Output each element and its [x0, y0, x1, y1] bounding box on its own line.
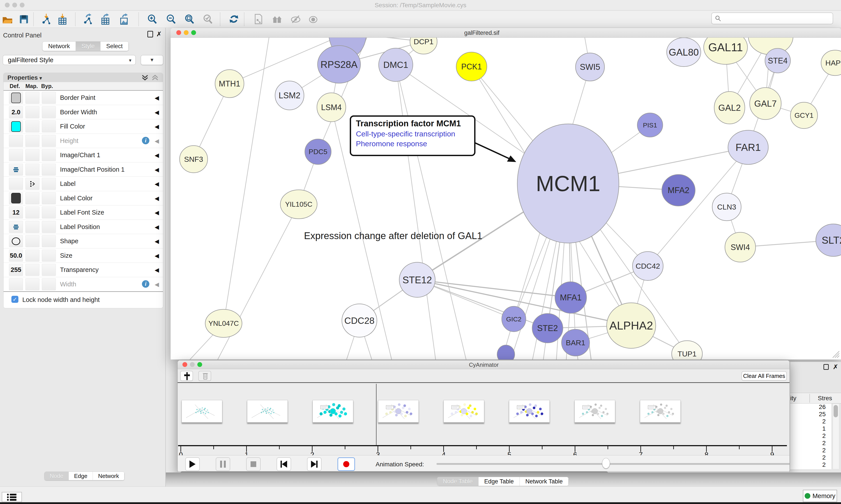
mapping-cell[interactable] [25, 206, 39, 218]
scrollbar-thumb[interactable] [834, 405, 838, 417]
tab-node-table[interactable]: Node Table [437, 477, 479, 486]
expand-property-icon[interactable]: ◀ [155, 152, 159, 159]
default-value-cell[interactable] [9, 178, 23, 190]
animation-speed-slider[interactable] [436, 463, 790, 465]
table-cell-value[interactable]: 2 [790, 432, 831, 439]
animator-timeline[interactable]: 0123456789 Seconds [178, 383, 789, 455]
property-row-image-chart-1[interactable]: Image/Chart 1◀ [3, 148, 163, 162]
mapping-cell[interactable] [25, 164, 39, 176]
network-node-botnode[interactable] [497, 345, 515, 360]
cyanimator-titlebar[interactable]: CyAnimator [178, 360, 789, 369]
property-row-width[interactable]: Widthi◀ [3, 277, 163, 292]
default-value-cell[interactable]: 255 [9, 264, 23, 276]
default-value-cell[interactable] [9, 92, 23, 104]
bypass-cell[interactable] [42, 221, 56, 233]
mapping-cell[interactable] [25, 264, 39, 276]
bypass-cell[interactable] [42, 135, 56, 147]
column-header[interactable]: ity [790, 395, 796, 402]
property-row-label-color[interactable]: Label Color◀ [3, 191, 163, 205]
frame-thumbnail-6[interactable] [509, 400, 550, 422]
open-session-icon[interactable] [1, 13, 14, 25]
expand-property-icon[interactable]: ◀ [155, 166, 159, 173]
property-row-border-paint[interactable]: Border Paint◀ [3, 91, 163, 105]
add-frame-button[interactable] [180, 371, 193, 381]
zoom-window-icon[interactable] [191, 30, 196, 35]
bypass-cell[interactable] [42, 121, 56, 132]
close-window-icon[interactable] [182, 362, 187, 367]
bypass-cell[interactable] [42, 106, 56, 118]
timeline-playhead[interactable] [376, 384, 376, 446]
bypass-cell[interactable] [42, 149, 56, 161]
expand-property-icon[interactable]: ◀ [155, 123, 159, 130]
delete-frame-button[interactable] [198, 371, 211, 381]
info-icon[interactable]: i [142, 280, 149, 288]
close-panel-icon[interactable]: ✗ [832, 364, 839, 370]
export-network-icon[interactable] [82, 13, 94, 25]
annotation-link[interactable]: Pheromone response [356, 140, 474, 148]
tab-network-table[interactable]: Network Table [520, 477, 569, 486]
bypass-cell[interactable] [42, 192, 56, 204]
expand-property-icon[interactable]: ◀ [155, 109, 159, 116]
mapping-cell[interactable] [25, 92, 39, 104]
default-value-cell[interactable] [9, 192, 23, 204]
bypass-cell[interactable] [42, 235, 56, 247]
default-value-cell[interactable] [9, 164, 23, 176]
expand-property-icon[interactable]: ◀ [155, 224, 159, 231]
bypass-cell[interactable] [42, 206, 56, 218]
expand-property-icon[interactable]: ◀ [155, 238, 159, 245]
network-canvas[interactable]: DCP1RPS28ADMC1PCK1MTH1LSM2LSM4SWI5GAL80G… [171, 38, 841, 360]
zoom-out-icon[interactable] [165, 13, 177, 25]
frame-thumbnail-2[interactable] [247, 400, 288, 422]
bypass-cell[interactable] [42, 178, 56, 190]
close-window-icon[interactable] [176, 30, 181, 35]
skip-to-start-button[interactable] [276, 457, 291, 471]
mapping-cell[interactable] [25, 178, 39, 190]
mapping-cell[interactable] [25, 192, 39, 204]
property-row-label-position[interactable]: Label Position◀ [3, 220, 163, 234]
column-header[interactable]: Stres [818, 395, 832, 402]
network-edge[interactable] [396, 65, 466, 360]
table-cell-value[interactable]: 2 [790, 418, 831, 425]
frame-thumbnail-5[interactable] [444, 400, 484, 422]
table-cell-value[interactable]: 2 [790, 461, 831, 469]
table-cell-value[interactable]: 2 [790, 439, 831, 447]
property-row-shape[interactable]: Shape◀ [3, 234, 163, 249]
tab-select[interactable]: Select [101, 41, 128, 51]
stop-button[interactable] [246, 457, 261, 471]
default-value-cell[interactable] [9, 121, 23, 132]
bypass-cell[interactable] [42, 164, 56, 176]
info-icon[interactable]: i [142, 137, 149, 144]
table-column-headers[interactable]: ity Stres [790, 393, 841, 403]
minimize-window-icon[interactable] [190, 362, 195, 367]
property-row-border-width[interactable]: 2.0Border Width◀ [3, 105, 163, 120]
table-cell-value[interactable]: 25 [790, 411, 831, 418]
zoom-window-icon[interactable] [197, 362, 202, 367]
search-input[interactable] [723, 15, 833, 22]
import-network-icon[interactable] [40, 13, 52, 25]
zoom-window-icon[interactable] [20, 3, 24, 7]
network-document-icon[interactable] [252, 13, 264, 25]
tab-style[interactable]: Style [76, 41, 101, 51]
column-divider[interactable] [809, 394, 810, 403]
record-button[interactable] [338, 457, 355, 471]
property-row-size[interactable]: 50.0Size◀ [3, 249, 163, 263]
frame-thumbnail-3[interactable] [312, 400, 353, 422]
network-window-titlebar[interactable]: galFiltered.sif [171, 28, 841, 38]
annotation-link[interactable]: Cell-type-specific transcription [356, 130, 474, 138]
property-row-image-chart-position-1[interactable]: Image/Chart Position 1◀ [3, 162, 163, 177]
pause-button[interactable] [216, 457, 230, 471]
tab-network[interactable]: Network [42, 41, 76, 51]
zoom-fit-icon[interactable] [183, 13, 196, 25]
mapping-cell[interactable] [25, 106, 39, 118]
tab-edge[interactable]: Edge [69, 472, 93, 480]
default-value-cell[interactable]: 50.0 [9, 250, 23, 262]
expand-property-icon[interactable]: ◀ [155, 94, 159, 101]
bypass-cell[interactable] [42, 278, 56, 290]
bypass-cell[interactable] [42, 264, 56, 276]
task-history-button[interactable] [2, 492, 22, 502]
default-value-cell[interactable] [9, 135, 23, 147]
property-row-fill-color[interactable]: Fill Color◀ [3, 119, 163, 134]
bypass-cell[interactable] [42, 92, 56, 104]
network-annotation-box[interactable]: Transcription factor MCM1 Cell-type-spec… [350, 115, 476, 156]
expand-property-icon[interactable]: ◀ [155, 267, 159, 273]
